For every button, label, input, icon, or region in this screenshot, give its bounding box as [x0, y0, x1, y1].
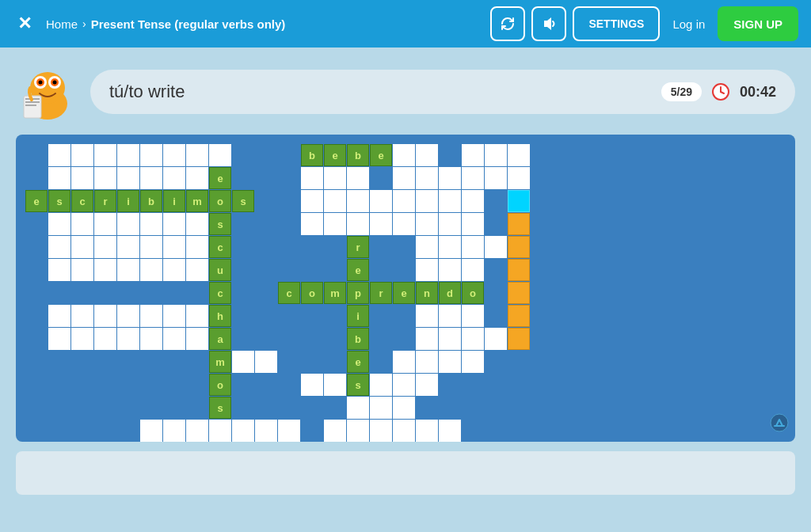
crossword-cell[interactable]: n: [416, 282, 438, 304]
crossword-cell[interactable]: [508, 305, 530, 327]
crossword-cell[interactable]: [416, 213, 438, 235]
crossword-cell[interactable]: [393, 167, 415, 189]
crossword-cell[interactable]: [416, 305, 438, 327]
crossword-cell[interactable]: [439, 420, 461, 442]
crossword-cell[interactable]: o: [462, 282, 484, 304]
crossword-cell[interactable]: [186, 236, 208, 258]
crossword-cell[interactable]: b: [140, 190, 162, 212]
crossword-cell[interactable]: e: [324, 144, 346, 166]
crossword-cell[interactable]: [163, 328, 185, 350]
crossword-cell[interactable]: [140, 167, 162, 189]
crossword-cell[interactable]: [117, 236, 139, 258]
crossword-cell[interactable]: d: [439, 282, 461, 304]
crossword-cell[interactable]: [48, 305, 70, 327]
refresh-button[interactable]: [490, 6, 525, 41]
crossword-cell[interactable]: [393, 144, 415, 166]
crossword-cell[interactable]: [48, 328, 70, 350]
crossword-cell[interactable]: [255, 420, 277, 442]
crossword-cell[interactable]: [301, 167, 323, 189]
crossword-cell[interactable]: [416, 374, 438, 396]
crossword-cell[interactable]: [508, 167, 530, 189]
crossword-cell[interactable]: [370, 374, 392, 396]
crossword-cell[interactable]: [117, 144, 139, 166]
crossword-cell[interactable]: [370, 190, 392, 212]
crossword-cell[interactable]: [416, 190, 438, 212]
crossword-cell[interactable]: [232, 351, 254, 373]
crossword-cell[interactable]: [301, 374, 323, 396]
crossword-cell[interactable]: m: [186, 190, 208, 212]
crossword-cell[interactable]: [462, 351, 484, 373]
crossword-cell[interactable]: [94, 236, 116, 258]
crossword-cell[interactable]: [48, 167, 70, 189]
crossword-cell[interactable]: [347, 167, 369, 189]
crossword-cell[interactable]: [186, 167, 208, 189]
crossword-cell[interactable]: [94, 213, 116, 235]
crossword-cell[interactable]: b: [347, 328, 369, 350]
crossword-cell[interactable]: m: [324, 282, 346, 304]
crossword-cell[interactable]: m: [209, 351, 231, 373]
crossword-cell[interactable]: p: [347, 282, 369, 304]
crossword-cell[interactable]: [393, 374, 415, 396]
crossword-cell[interactable]: [439, 167, 461, 189]
crossword-cell[interactable]: [48, 236, 70, 258]
close-button[interactable]: ✕: [13, 13, 36, 34]
crossword-cell[interactable]: [439, 259, 461, 281]
crossword-cell[interactable]: [508, 259, 530, 281]
crossword-cell[interactable]: [462, 305, 484, 327]
crossword-cell[interactable]: [140, 144, 162, 166]
home-link[interactable]: Home: [46, 17, 78, 31]
crossword-cell[interactable]: [370, 397, 392, 419]
crossword-cell[interactable]: s: [209, 213, 231, 235]
crossword-cell[interactable]: [71, 305, 93, 327]
crossword-cell[interactable]: [393, 397, 415, 419]
crossword-cell[interactable]: [163, 167, 185, 189]
crossword-cell[interactable]: [163, 305, 185, 327]
crossword-cell[interactable]: [163, 144, 185, 166]
crossword-cell[interactable]: [163, 259, 185, 281]
crossword-cell[interactable]: [485, 328, 507, 350]
signup-button[interactable]: SIGN UP: [718, 6, 798, 41]
crossword-cell[interactable]: [163, 420, 185, 442]
crossword-cell[interactable]: [439, 213, 461, 235]
crossword-cell[interactable]: [71, 213, 93, 235]
crossword-cell[interactable]: [278, 420, 300, 442]
crossword-cell[interactable]: [416, 144, 438, 166]
crossword-cell[interactable]: [94, 328, 116, 350]
crossword-cell[interactable]: [439, 328, 461, 350]
crossword-cell[interactable]: [117, 259, 139, 281]
crossword-cell[interactable]: [485, 236, 507, 258]
crossword-cell[interactable]: c: [209, 282, 231, 304]
crossword-cell[interactable]: [508, 328, 530, 350]
crossword-cell[interactable]: [393, 213, 415, 235]
crossword-cell[interactable]: [94, 167, 116, 189]
crossword-cell[interactable]: [301, 213, 323, 235]
crossword-cell[interactable]: [140, 236, 162, 258]
crossword-cell[interactable]: b: [347, 144, 369, 166]
crossword-cell[interactable]: r: [370, 282, 392, 304]
crossword-cell[interactable]: [462, 236, 484, 258]
crossword-cell[interactable]: [140, 420, 162, 442]
crossword-cell[interactable]: [416, 351, 438, 373]
crossword-cell[interactable]: [232, 420, 254, 442]
crossword-cell[interactable]: [94, 144, 116, 166]
crossword-cell[interactable]: [508, 190, 530, 212]
crossword-cell[interactable]: [117, 167, 139, 189]
crossword-cell[interactable]: u: [209, 259, 231, 281]
crossword-cell[interactable]: [186, 328, 208, 350]
settings-button[interactable]: SETTINGS: [573, 6, 660, 41]
crossword-cell[interactable]: [140, 305, 162, 327]
crossword-cell[interactable]: s: [232, 190, 254, 212]
login-button[interactable]: Log in: [666, 17, 711, 31]
crossword-cell[interactable]: [347, 420, 369, 442]
crossword-cell[interactable]: [439, 190, 461, 212]
crossword-cell[interactable]: [416, 328, 438, 350]
crossword-cell[interactable]: o: [209, 374, 231, 396]
crossword-cell[interactable]: [117, 328, 139, 350]
crossword-cell[interactable]: [71, 144, 93, 166]
crossword-cell[interactable]: [94, 305, 116, 327]
crossword-cell[interactable]: [347, 397, 369, 419]
crossword-cell[interactable]: i: [163, 190, 185, 212]
crossword-cell[interactable]: [393, 190, 415, 212]
crossword-cell[interactable]: [324, 190, 346, 212]
crossword-cell[interactable]: [462, 328, 484, 350]
